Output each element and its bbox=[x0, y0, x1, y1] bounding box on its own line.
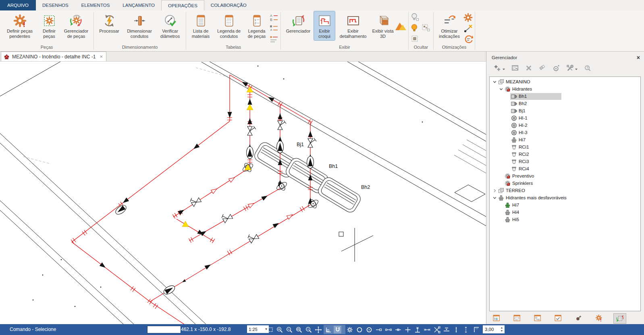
definir-pecas-button[interactable]: Definir peças bbox=[38, 11, 60, 40]
command-input[interactable] bbox=[147, 326, 181, 333]
legenda-de-condutos-button[interactable]: Legenda de condutos bbox=[214, 11, 244, 40]
snap-cross-icon[interactable] bbox=[404, 326, 411, 333]
verificar-diametros-button[interactable]: Verificar diâmetros bbox=[156, 11, 184, 40]
tab-colaboracao[interactable]: COLABORAÇÃO bbox=[204, 0, 253, 10]
zoom-extents-icon[interactable] bbox=[305, 326, 312, 333]
tab-operacoes[interactable]: OPERAÇÕES bbox=[161, 0, 204, 10]
triangle-overlay-icon[interactable] bbox=[395, 20, 407, 32]
help-search-button[interactable]: ? bbox=[584, 64, 592, 74]
exibir-croqui-button[interactable]: Exibir croqui bbox=[314, 11, 335, 40]
tree-item-hi7[interactable]: Hi7 bbox=[490, 136, 640, 143]
snap-point-v-icon[interactable] bbox=[452, 326, 460, 333]
snap-center-icon[interactable] bbox=[365, 326, 373, 333]
tree-item-hidrantes-mais-desfavor-veis[interactable]: Hidrantes mais desfavoráveis bbox=[490, 194, 640, 201]
view-report-tab[interactable] bbox=[614, 314, 626, 323]
snap-magnet-icon[interactable] bbox=[334, 326, 341, 333]
recalculate-icon[interactable] bbox=[463, 35, 473, 44]
tree-item-rci4[interactable]: RCi4 bbox=[490, 165, 640, 172]
tree-item-sprinklers[interactable]: Sprinklers bbox=[490, 180, 640, 187]
snap-nearest-icon[interactable] bbox=[423, 326, 431, 333]
snap-settings-icon[interactable] bbox=[346, 326, 353, 333]
tree-item-hi7[interactable]: Hi7 bbox=[490, 201, 640, 209]
snap-node-icon[interactable] bbox=[394, 326, 402, 333]
add-element-button[interactable] bbox=[494, 64, 505, 74]
chevron-down-icon[interactable] bbox=[492, 195, 497, 200]
view-check-tab[interactable] bbox=[552, 314, 564, 323]
tab-desenhos[interactable]: DESENHOS bbox=[36, 0, 75, 10]
node-remove-icon[interactable] bbox=[463, 24, 473, 33]
hide-objects-icon[interactable] bbox=[421, 23, 431, 33]
snap-intersection-icon[interactable] bbox=[433, 326, 440, 333]
screen-refresh-icon[interactable] bbox=[256, 326, 264, 333]
view-form-tab[interactable] bbox=[511, 314, 523, 323]
tools-button[interactable] bbox=[566, 64, 578, 74]
tree-item-rci2[interactable]: RCi2 bbox=[490, 151, 640, 158]
ortho-mode-icon[interactable] bbox=[324, 326, 332, 333]
processar-button[interactable]: Processar bbox=[96, 11, 123, 35]
tree-item-mezanino[interactable]: MEZANINO bbox=[490, 78, 640, 85]
zoom-in-icon[interactable] bbox=[276, 326, 283, 333]
pan-icon[interactable] bbox=[314, 326, 322, 333]
select-region-icon[interactable] bbox=[266, 326, 274, 333]
legend-dots-icon[interactable] bbox=[269, 35, 279, 44]
drawing-canvas[interactable]: Bj1 Bh1 Bh2 bbox=[0, 62, 486, 324]
snap-segment-icon[interactable] bbox=[384, 326, 392, 333]
tree-item-hi-3[interactable]: HI-3 bbox=[490, 129, 640, 136]
view-tree-tab[interactable] bbox=[490, 314, 503, 323]
tree-item-bj1[interactable]: Bj1 bbox=[490, 107, 640, 114]
tree-item-preventivo[interactable]: Preventivo bbox=[490, 172, 640, 180]
manager-close-button[interactable]: × bbox=[637, 54, 640, 61]
tree-item-bh2[interactable]: Bh2 bbox=[490, 100, 640, 107]
tree-item-hi5[interactable]: Hi5 bbox=[490, 216, 640, 223]
distance-spinner[interactable]: 3,00 ▲▼ bbox=[483, 325, 505, 333]
definir-pecas-pendentes-button[interactable]: ! Definir peças pendentes bbox=[2, 11, 38, 40]
tree-item-hi-1[interactable]: HI-1 bbox=[490, 114, 640, 122]
lista-de-materiais-button[interactable]: Lista de materiais bbox=[188, 11, 214, 40]
tab-elementos[interactable]: ELEMENTOS bbox=[75, 0, 116, 10]
bulb-off-icon[interactable] bbox=[410, 12, 420, 22]
isolate-objects-icon[interactable] bbox=[410, 34, 420, 44]
tab-arquivo[interactable]: ARQUIVO bbox=[0, 0, 36, 10]
view-node-add-tab[interactable] bbox=[573, 314, 585, 323]
highlight-button[interactable] bbox=[539, 64, 546, 74]
snap-point-h-icon[interactable] bbox=[442, 326, 450, 333]
chevron-down-icon[interactable] bbox=[498, 87, 504, 91]
exibir-detalhamento-button[interactable]: Exibir detalhamento bbox=[335, 11, 371, 40]
chevron-down-icon[interactable] bbox=[492, 79, 497, 84]
gerenciador-de-pecas-button[interactable]: Gerenciador de peças bbox=[60, 11, 92, 40]
tree-item-rci3[interactable]: RCi3 bbox=[490, 158, 640, 165]
tree-item-t-rreo[interactable]: TÉRREO bbox=[490, 187, 640, 194]
snap-perpendicular-icon[interactable] bbox=[413, 326, 421, 333]
snap-circle-icon[interactable] bbox=[355, 326, 363, 333]
legend-symbols-icon[interactable] bbox=[269, 24, 279, 33]
bulb-on-icon[interactable] bbox=[410, 23, 420, 33]
document-tab-close[interactable]: × bbox=[98, 54, 103, 60]
tree-item-bh1[interactable]: Bh1 bbox=[490, 93, 640, 100]
tree-item-hi-2[interactable]: HI-2 bbox=[490, 122, 640, 129]
dimensionar-condutos-button[interactable]: Dimensionar condutos bbox=[123, 11, 156, 40]
tree-item-hi4[interactable]: Hi4 bbox=[490, 209, 640, 216]
gerenciador-button[interactable]: Gerenciador bbox=[283, 11, 314, 35]
view-pending-tab[interactable]: ! bbox=[593, 314, 605, 323]
snap-endpoint-icon[interactable] bbox=[375, 326, 382, 333]
corner-angle-icon[interactable] bbox=[473, 326, 480, 333]
tab-lancamento[interactable]: LANÇAMENTO bbox=[116, 0, 161, 10]
tree-item-rci1[interactable]: RCi1 bbox=[490, 143, 640, 151]
delete-button[interactable] bbox=[525, 64, 533, 74]
add-plus-icon bbox=[494, 64, 501, 74]
view-hierarchy-tab[interactable] bbox=[532, 314, 544, 323]
zoom-out-icon[interactable] bbox=[285, 326, 293, 333]
list-ab-icon[interactable]: AB bbox=[269, 13, 279, 23]
exibir-vista-3d-button[interactable]: Exibir vista 3D bbox=[371, 11, 395, 40]
snap-point-v2-icon[interactable] bbox=[462, 326, 469, 333]
spinner-arrows[interactable]: ▲▼ bbox=[499, 326, 505, 333]
locate-button[interactable] bbox=[553, 64, 560, 74]
legenda-de-pecas-button[interactable]: 12 Legenda de peças bbox=[244, 11, 269, 40]
properties-window-button[interactable] bbox=[511, 64, 519, 74]
otimizar-indicacoes-button[interactable]: Otimizar indicações bbox=[435, 11, 463, 40]
document-tab[interactable]: MEZANINO - Incêndio - detalhe INC -1 × bbox=[1, 52, 106, 61]
tree-item-hidrantes[interactable]: Hidrantes bbox=[490, 85, 640, 93]
chevron-right-icon[interactable] bbox=[492, 188, 497, 193]
zoom-selection-icon[interactable] bbox=[295, 326, 303, 333]
optimize-gear-icon[interactable] bbox=[463, 13, 473, 23]
